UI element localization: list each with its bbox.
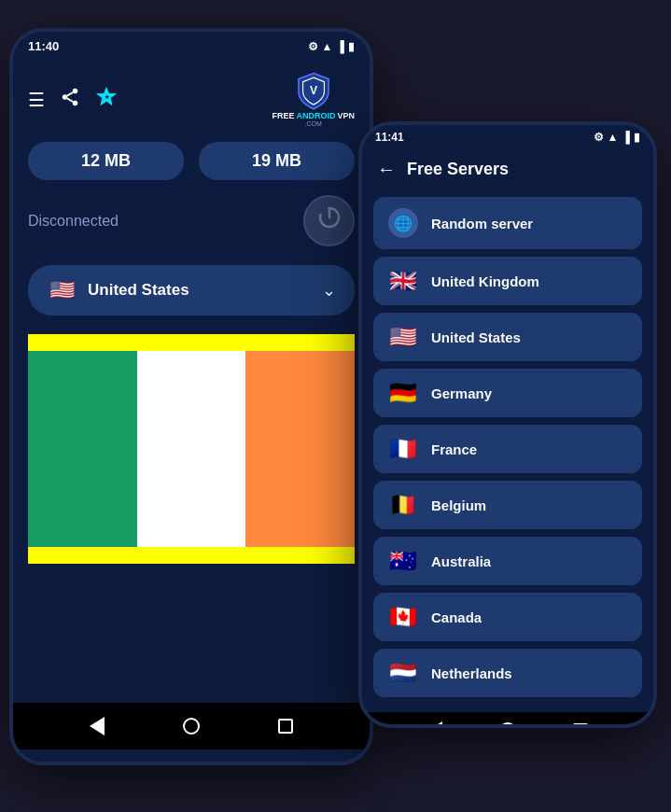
home-nav[interactable]	[183, 718, 200, 735]
share-icon[interactable]	[60, 87, 80, 112]
p2-signal-icon: ▐	[622, 131, 630, 144]
time-2: 11:41	[375, 131, 404, 144]
server-selector-left: 🇺🇸 United States	[47, 278, 189, 302]
chevron-down-icon: ⌄	[322, 280, 336, 301]
menu-icon[interactable]: ☰	[28, 89, 45, 111]
logo-text: FREE ANDROID VPN	[272, 111, 355, 120]
svg-text:V: V	[310, 84, 318, 97]
p2-battery-icon: ▮	[634, 131, 640, 144]
server-item-uk[interactable]: 🇬🇧 United Kingdom	[373, 257, 642, 305]
server-list-header: ← Free Servers	[362, 149, 653, 189]
svg-line-4	[67, 92, 73, 96]
logo-shield: V	[294, 72, 333, 111]
server-name-random: Random server	[431, 216, 533, 231]
server-name-fr: France	[431, 441, 477, 457]
server-list: 🌐 Random server 🇬🇧 United Kingdom 🇺🇸 Uni…	[362, 189, 653, 712]
server-item-nl[interactable]: 🇳🇱 Netherlands	[373, 649, 642, 697]
server-selector[interactable]: 🇺🇸 United States ⌄	[28, 265, 355, 315]
toolbar: ☰ ★	[28, 72, 355, 127]
wifi-icon: ▲	[322, 40, 333, 53]
flag-green-stripe	[28, 351, 137, 547]
signal-icon: ▐	[336, 40, 344, 53]
ireland-flag	[28, 351, 355, 547]
time-1: 11:40	[28, 39, 59, 53]
flag-be: 🇧🇪	[388, 492, 418, 518]
back-nav-2[interactable]	[427, 721, 442, 728]
server-item-be[interactable]: 🇧🇪 Belgium	[373, 481, 642, 529]
toolbar-left: ☰ ★	[28, 86, 118, 113]
recents-nav-2[interactable]	[573, 723, 588, 728]
server-item-ca[interactable]: 🇨🇦 Canada	[373, 593, 642, 641]
selected-server-name: United States	[88, 281, 189, 300]
yellow-bar-top	[28, 334, 355, 351]
server-name-au: Australia	[431, 553, 491, 569]
flag-de: 🇩🇪	[388, 380, 418, 406]
server-name-ca: Canada	[431, 609, 482, 625]
server-list-title: Free Servers	[407, 160, 509, 179]
power-icon	[315, 203, 343, 238]
phone-1-body: ☰ ★	[13, 61, 370, 703]
svg-point-1	[63, 94, 68, 100]
flag-orange-stripe	[245, 351, 355, 547]
phone-1: 11:40 ⚙ ▲ ▐ ▮ ☰	[9, 28, 373, 765]
flag-fr: 🇫🇷	[388, 436, 418, 462]
logo-domain: .COM	[305, 120, 322, 127]
server-name-uk: United Kingdom	[431, 273, 539, 289]
logo: V FREE ANDROID VPN .COM	[272, 72, 355, 127]
server-item-fr[interactable]: 🇫🇷 France	[373, 425, 642, 473]
flag-uk: 🇬🇧	[388, 268, 418, 294]
bottom-nav-1	[13, 703, 370, 749]
battery-icon: ▮	[348, 40, 355, 53]
status-bar-1: 11:40 ⚙ ▲ ▐ ▮	[13, 32, 370, 61]
back-nav[interactable]	[90, 717, 105, 735]
flag-nl: 🇳🇱	[388, 660, 418, 686]
p2-wifi-icon: ▲	[608, 131, 619, 144]
flag-white-stripe	[137, 351, 246, 547]
selected-server-flag: 🇺🇸	[47, 278, 77, 302]
server-name-de: Germany	[431, 385, 492, 401]
power-button[interactable]	[303, 195, 355, 246]
yellow-bar-bottom	[28, 547, 355, 564]
stats-row: 12 MB 19 MB	[28, 142, 355, 180]
server-name-nl: Netherlands	[431, 665, 512, 681]
rate-icon[interactable]: ★	[95, 86, 118, 113]
bottom-nav-2	[362, 712, 653, 728]
download-stat: 12 MB	[28, 142, 184, 180]
settings-icon: ⚙	[308, 40, 318, 53]
svg-point-2	[73, 101, 78, 106]
status-icons-2: ⚙ ▲ ▐ ▮	[594, 131, 640, 144]
server-name-be: Belgium	[431, 497, 486, 513]
status-icons-1: ⚙ ▲ ▐ ▮	[308, 40, 355, 53]
phone-2: 11:41 ⚙ ▲ ▐ ▮ ← Free Servers 🌐 Random se…	[358, 121, 657, 728]
svg-line-3	[67, 98, 73, 102]
status-row: Disconnected	[28, 195, 355, 246]
svg-point-0	[73, 89, 78, 94]
server-item-random[interactable]: 🌐 Random server	[373, 197, 642, 249]
recents-nav[interactable]	[278, 719, 293, 734]
globe-icon: 🌐	[388, 208, 418, 238]
flag-us: 🇺🇸	[388, 324, 418, 350]
home-nav-2[interactable]	[499, 722, 516, 728]
back-button[interactable]: ←	[377, 159, 396, 180]
server-item-de[interactable]: 🇩🇪 Germany	[373, 369, 642, 417]
flag-ca: 🇨🇦	[388, 604, 418, 630]
flag-banner	[28, 334, 355, 564]
server-name-us: United States	[431, 329, 521, 345]
server-item-us[interactable]: 🇺🇸 United States	[373, 313, 642, 361]
connection-status: Disconnected	[28, 213, 119, 230]
upload-stat: 19 MB	[199, 142, 355, 180]
p2-settings-icon: ⚙	[594, 131, 604, 144]
status-bar-2: 11:41 ⚙ ▲ ▐ ▮	[362, 125, 653, 149]
server-item-au[interactable]: 🇦🇺 Australia	[373, 537, 642, 585]
flag-au: 🇦🇺	[388, 548, 418, 574]
